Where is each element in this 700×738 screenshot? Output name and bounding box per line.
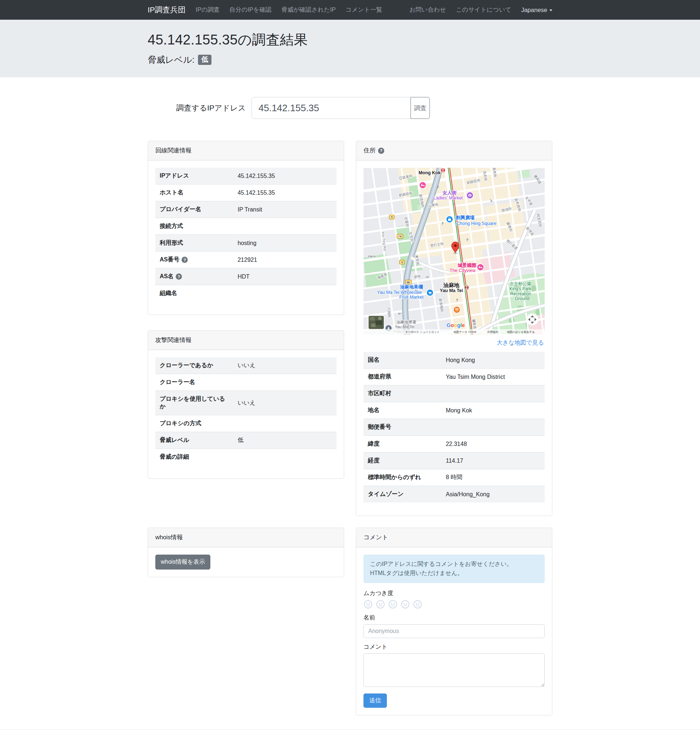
row-label: 都道府県 bbox=[363, 369, 441, 385]
address-title: 住所 bbox=[363, 147, 375, 154]
satellite-toggle[interactable] bbox=[368, 315, 384, 329]
row-label: クローラー名 bbox=[155, 374, 233, 391]
main-content: 調査するIPアドレス 調査 回線関連情報 IPアドレス45.142.155.35… bbox=[142, 97, 558, 715]
svg-text:Yau Ma Tei: Yau Ma Tei bbox=[440, 288, 463, 293]
svg-text:油麻地警署: 油麻地警署 bbox=[396, 320, 416, 324]
angry-face-icon[interactable] bbox=[388, 600, 397, 609]
angry-face-icon[interactable] bbox=[413, 600, 422, 609]
nav-links-left: IPの調査 自分のIPを確認 脅威が確認されたIP コメント一覧 bbox=[196, 6, 382, 14]
row-value bbox=[233, 449, 337, 466]
row-value: Asia/Hong_Kong bbox=[441, 486, 545, 503]
row-label: クローラーであるか bbox=[155, 357, 233, 374]
nav-item-about[interactable]: このサイトについて bbox=[456, 6, 511, 14]
row-label: プロバイダー名 bbox=[155, 201, 233, 218]
row-label: 組織名 bbox=[155, 285, 233, 302]
table-row: 脅威レベル低 bbox=[155, 432, 337, 449]
row-label: 地名 bbox=[363, 402, 441, 419]
submit-button[interactable]: 送信 bbox=[363, 694, 387, 708]
row-label: 郵便番号 bbox=[363, 419, 441, 436]
help-icon[interactable]: ? bbox=[378, 148, 384, 154]
svg-text:Chong Hing Square: Chong Hing Square bbox=[456, 221, 496, 226]
row-value: 22.3148 bbox=[441, 436, 545, 453]
svg-text:Yau Ma Tei: Yau Ma Tei bbox=[395, 325, 415, 329]
name-label: 名前 bbox=[363, 614, 545, 622]
nav-item-threat-ips[interactable]: 脅威が確認されたIP bbox=[281, 6, 336, 14]
report-error-link[interactable]: 地図の誤りを報告する bbox=[506, 330, 534, 334]
row-label: 経度 bbox=[363, 453, 441, 469]
address-card: 住所 ? bbox=[356, 141, 552, 516]
row-label: プロキシを使用しているか bbox=[155, 391, 233, 415]
table-row: 緯度22.3148 bbox=[363, 436, 545, 453]
svg-text:女人街: 女人街 bbox=[442, 190, 457, 196]
line-info-title: 回線関連情報 bbox=[155, 147, 191, 154]
row-value bbox=[233, 218, 337, 235]
comment-textarea[interactable] bbox=[363, 653, 545, 687]
table-row: 標準時間からのずれ8 時間 bbox=[363, 469, 545, 486]
ip-search-input[interactable] bbox=[251, 97, 411, 119]
row-value: 8 時間 bbox=[441, 469, 545, 486]
navbar: IP調査兵団 IPの調査 自分のIPを確認 脅威が確認されたIP コメント一覧 … bbox=[0, 0, 700, 20]
row-label: 利用形式 bbox=[155, 235, 233, 251]
anger-rating bbox=[363, 600, 545, 609]
row-value: 45.142.155.35 bbox=[233, 184, 337, 201]
show-whois-button[interactable]: whois情報を表示 bbox=[155, 554, 210, 569]
row-value bbox=[441, 419, 545, 436]
attack-info-card: 攻撃関連情報 クローラーであるかいいえ クローラー名 プロキシを使用しているかい… bbox=[148, 330, 344, 479]
whois-header: whois情報 bbox=[148, 528, 344, 547]
terms-link[interactable]: 利用規約 bbox=[487, 330, 499, 334]
alert-line-2: HTMLタグは使用いただけません。 bbox=[370, 569, 538, 578]
nav-links-right: お問い合わせ このサイトについて Japanese bbox=[409, 6, 552, 14]
ip-search-label: 調査するIPアドレス bbox=[148, 103, 251, 113]
right-column: 住所 ? bbox=[356, 141, 552, 516]
comment-info-alert: このIPアドレスに関するコメントをお寄せください。 HTMLタグは使用いただけま… bbox=[363, 554, 545, 583]
line-info-card: 回線関連情報 IPアドレス45.142.155.35 ホスト名45.142.15… bbox=[148, 141, 344, 315]
row-value: 212921 bbox=[233, 251, 337, 268]
row-value: 45.142.155.35 bbox=[233, 168, 337, 184]
row-value: HDT bbox=[233, 268, 337, 285]
table-row: 国名Hong Kong bbox=[363, 352, 545, 369]
row-value: Hong Kong bbox=[441, 352, 545, 369]
pan-control[interactable] bbox=[526, 313, 538, 326]
address-header: 住所 ? bbox=[356, 141, 552, 160]
site-brand[interactable]: IP調査兵団 bbox=[148, 5, 185, 15]
table-row: 地名Mong Kok bbox=[363, 402, 545, 419]
address-table: 国名Hong Kong 都道府県Yau Tsim Mong District 市… bbox=[363, 352, 545, 503]
google-map[interactable]: 5 7A 5 6E 亞皆老街 奶路臣街 bbox=[363, 168, 545, 335]
svg-text:The Cityview: The Cityview bbox=[450, 268, 476, 273]
keyboard-shortcuts-link[interactable]: キーボード ショートカット bbox=[406, 330, 440, 334]
mtr-mongkok-icon[interactable] bbox=[441, 168, 446, 172]
svg-text:城景國際: 城景國際 bbox=[457, 263, 477, 268]
help-icon[interactable]: ? bbox=[176, 273, 182, 280]
row-label: 市区町村 bbox=[363, 385, 441, 402]
whois-card: whois情報 whois情報を表示 bbox=[148, 528, 344, 577]
left-column: 回線関連情報 IPアドレス45.142.155.35 ホスト名45.142.15… bbox=[148, 141, 344, 479]
table-row: AS番号?212921 bbox=[155, 251, 337, 268]
nav-item-ip-inspect[interactable]: IPの調査 bbox=[196, 6, 219, 14]
row-value: hosting bbox=[233, 235, 337, 251]
table-row: 接続方式 bbox=[155, 218, 337, 235]
ip-search-button[interactable]: 調査 bbox=[410, 97, 430, 119]
angry-face-icon[interactable] bbox=[401, 600, 410, 609]
table-row: 都道府県Yau Tsim Mong District bbox=[363, 369, 545, 385]
nav-item-comment-list[interactable]: コメント一覧 bbox=[346, 6, 382, 14]
footer: Copyright © IP調査兵団 All Rights Reserved. bbox=[0, 729, 700, 738]
name-input[interactable] bbox=[363, 624, 545, 638]
table-row: ホスト名45.142.155.35 bbox=[155, 184, 337, 201]
view-larger-map-link[interactable]: 大きな地図で見る bbox=[497, 340, 544, 345]
nav-item-my-ip[interactable]: 自分のIPを確認 bbox=[229, 6, 271, 14]
help-icon[interactable]: ? bbox=[182, 257, 188, 263]
threat-level-badge: 低 bbox=[198, 55, 212, 65]
nav-item-contact[interactable]: お問い合わせ bbox=[409, 6, 446, 14]
language-dropdown[interactable]: Japanese bbox=[521, 7, 552, 13]
table-row: プロキシを使用しているかいいえ bbox=[155, 391, 337, 415]
row-label: AS番号? bbox=[155, 251, 233, 268]
table-row: クローラーであるかいいえ bbox=[155, 357, 337, 374]
angry-face-icon[interactable] bbox=[376, 600, 385, 609]
attack-info-table: クローラーであるかいいえ クローラー名 プロキシを使用しているかいいえ プロキシ… bbox=[155, 357, 337, 465]
angry-face-icon[interactable] bbox=[363, 600, 373, 609]
comment-title: コメント bbox=[363, 534, 388, 541]
row-value: いいえ bbox=[233, 357, 337, 374]
mtr-yaumatei-icon[interactable] bbox=[464, 285, 469, 290]
row-value: Yau Tsim Mong District bbox=[441, 369, 545, 385]
svg-text:rters: rters bbox=[368, 254, 376, 258]
